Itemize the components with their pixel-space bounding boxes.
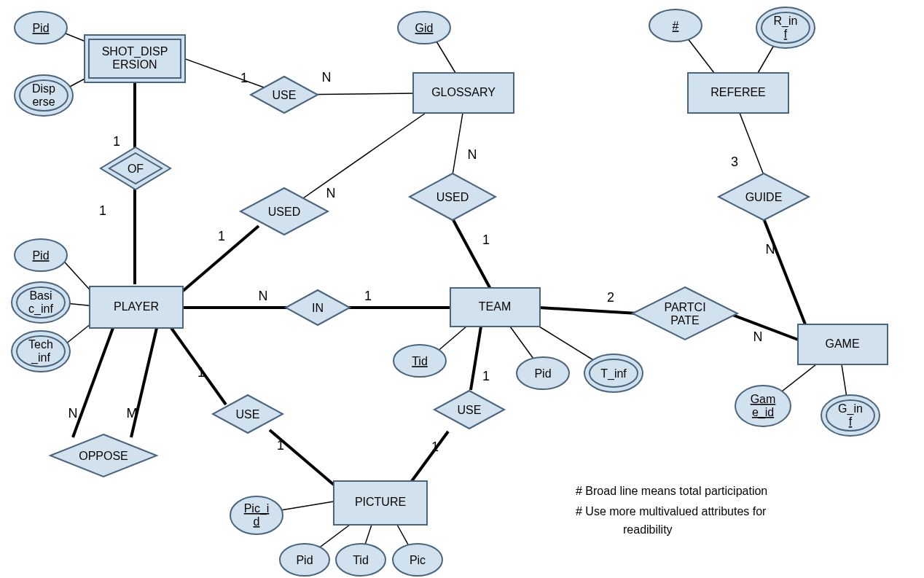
attr-tech-inf: Tech_inf <box>12 331 70 372</box>
card: 3 <box>731 155 738 169</box>
attr-hash: # <box>649 9 702 42</box>
attr-label: erse <box>32 95 55 108</box>
rel-oppose: OPPOSE <box>50 434 157 477</box>
card: N <box>766 242 775 257</box>
card: 1 <box>218 229 225 243</box>
card: 1 <box>240 71 248 85</box>
rel-guide: GUIDE <box>719 173 809 220</box>
rel-label: USED <box>268 206 300 218</box>
attr-label: Pid <box>534 367 551 380</box>
rel-label: PARTCI <box>664 301 705 313</box>
attr-label: T_inf <box>600 367 627 380</box>
attr-label: Pic <box>410 554 426 566</box>
attr-pid-team: Pid <box>517 357 569 389</box>
attr-label: Tech <box>28 338 53 351</box>
attr-tid-team: Tid <box>394 345 446 377</box>
card: 1 <box>277 438 284 453</box>
card: 1 <box>99 203 106 218</box>
card: N <box>322 70 332 85</box>
attr-pic-id: Pic_id <box>230 496 283 534</box>
entity-label: SHOT_DISP <box>102 45 168 58</box>
note-line-2: # Use more multivalued attributes for <box>576 505 767 518</box>
card: 1 <box>113 134 120 149</box>
attr-pid-sd: Pid <box>15 12 67 44</box>
rel-label: OF <box>128 163 144 175</box>
svg-line-9 <box>453 113 463 175</box>
attr-label: Basi <box>29 289 52 302</box>
rel-label: USED <box>436 191 469 203</box>
card: N <box>753 329 763 344</box>
attr-label: _inf <box>31 351 50 364</box>
attr-pid-player: Pid <box>15 239 67 271</box>
entity-label: GLOSSARY <box>431 86 496 98</box>
entity-label: PICTURE <box>355 496 406 508</box>
svg-text:Game_id: Game_id <box>751 393 776 419</box>
entity-picture: PICTURE <box>334 481 427 525</box>
rel-used-team: USED <box>410 173 496 220</box>
attr-label: c_inf <box>28 302 53 316</box>
attr-label: Pid <box>296 554 313 566</box>
card: N <box>259 289 268 303</box>
attr-label: f <box>849 415 853 428</box>
attr-pic: Pic <box>393 544 442 576</box>
svg-line-10 <box>453 219 492 292</box>
attr-label: G_in <box>838 402 863 415</box>
rel-label: PATE <box>670 314 699 327</box>
attr-label: d <box>254 515 260 528</box>
attr-r-inf: R_inf <box>756 7 815 48</box>
rel-label: OPPOSE <box>79 450 128 462</box>
attr-label: Pid <box>32 249 49 262</box>
attr-pid-pic: Pid <box>280 544 329 576</box>
rel-use-team-picture: USE <box>434 391 504 429</box>
attr-label: e_id <box>752 406 774 419</box>
attr-label: Tid <box>353 554 369 566</box>
rel-label: USE <box>236 408 260 421</box>
card: 2 <box>607 290 614 305</box>
rel-label: USE <box>273 89 297 101</box>
svg-line-30 <box>412 431 448 481</box>
note-line-1: # Broad line means total participation <box>576 485 767 497</box>
attr-label: # <box>673 20 679 32</box>
entity-team: TEAM <box>450 288 540 327</box>
attr-basic-inf: Basic_inf <box>12 282 70 323</box>
svg-line-14 <box>764 219 805 324</box>
card: N <box>68 406 78 421</box>
attr-game-id: Game_id <box>735 386 791 426</box>
card: 1 <box>364 289 372 303</box>
entity-label: TEAM <box>479 300 511 313</box>
entity-label: PLAYER <box>114 300 159 313</box>
attr-label: Pid <box>32 22 49 34</box>
attr-tid-pic: Tid <box>336 544 385 576</box>
attr-label: Gam <box>751 393 776 405</box>
rel-label: USE <box>458 404 482 416</box>
entity-shot-dispersion: SHOT_DISPERSION <box>85 35 185 82</box>
card: 1 <box>482 233 490 247</box>
attr-label: f <box>784 28 788 40</box>
entity-referee: REFEREE <box>688 73 788 113</box>
attr-disperse: Disperse <box>15 75 73 116</box>
attr-label: Disp <box>32 82 55 95</box>
note-line-3: readibility <box>623 523 673 536</box>
rel-in: IN <box>286 290 350 325</box>
card: 1 <box>431 440 439 454</box>
svg-text:Tech_inf: Tech_inf <box>28 338 53 364</box>
entity-glossary: GLOSSARY <box>413 73 514 113</box>
rel-label: GUIDE <box>745 191 783 203</box>
card: N <box>326 186 336 200</box>
attr-t-inf: T_inf <box>584 354 643 392</box>
svg-text:Disperse: Disperse <box>32 82 55 108</box>
svg-line-7 <box>284 113 426 211</box>
entity-label: REFEREE <box>710 86 766 98</box>
card: 1 <box>482 369 490 383</box>
attr-gid: Gid <box>398 12 450 44</box>
rel-label: IN <box>312 302 324 314</box>
attr-label: R_in <box>774 15 798 28</box>
card: 1 <box>197 365 205 380</box>
svg-text:Basic_inf: Basic_inf <box>28 289 53 316</box>
svg-line-23 <box>539 308 638 313</box>
card: M <box>127 406 138 421</box>
entity-game: GAME <box>798 324 888 364</box>
attr-label: Tid <box>412 355 428 367</box>
svg-line-29 <box>471 327 481 390</box>
attr-label: Pic_i <box>244 502 270 515</box>
